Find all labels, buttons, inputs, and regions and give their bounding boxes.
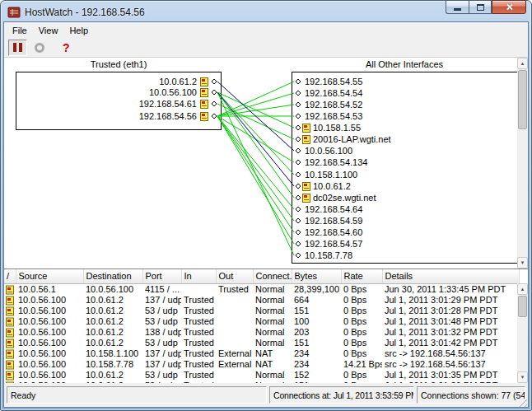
- connection-row[interactable]: 10.0.56.10010.0.61.253 / udpTrustedNorma…: [4, 316, 519, 327]
- column-header-bytes[interactable]: Bytes: [292, 269, 341, 283]
- scroll-down-button[interactable]: ▼: [517, 371, 528, 383]
- other-host-label[interactable]: 192.168.54.57: [305, 239, 362, 249]
- other-host-label[interactable]: 192.168.54.54: [305, 88, 362, 98]
- cell-rate: 0 Bps: [341, 295, 382, 306]
- connection-row[interactable]: 10.0.56.10010.0.61.2138 / udpTrustedNorm…: [4, 327, 519, 338]
- other-host-label[interactable]: 20016-LAP.wgti.net: [313, 134, 391, 144]
- column-header-rate[interactable]: Rate: [341, 269, 382, 283]
- table-body: 10.0.56.110.0.56.1004115 / ...TrustedNor…: [4, 283, 519, 383]
- cell-destination: 10.0.61.2: [83, 370, 142, 381]
- cell-bytes: 203: [292, 327, 341, 338]
- window-title: HostWatch - 192.168.54.56: [25, 7, 145, 18]
- cell-source: 10.0.56.100: [16, 338, 83, 348]
- titlebar[interactable]: HostWatch - 192.168.54.56: [1, 1, 531, 21]
- scrollbar-thumb[interactable]: [518, 296, 527, 317]
- other-host-label[interactable]: 192.168.54.59: [305, 216, 362, 226]
- cell-details: Jul 1, 2011 3:01:28 PM PDT: [382, 306, 519, 316]
- other-host-label[interactable]: 10.158.7.78: [305, 250, 352, 260]
- scrollbar-thumb[interactable]: [518, 70, 527, 129]
- stop-button[interactable]: [30, 40, 49, 56]
- menu-help[interactable]: Help: [63, 24, 94, 37]
- cell-destination: 10.0.61.2: [83, 306, 142, 316]
- connection-line: [217, 82, 294, 116]
- connection-row[interactable]: 10.0.56.10010.0.61.253 / udpTrustedNorma…: [4, 370, 519, 381]
- trusted-host-label[interactable]: 192.168.54.56: [139, 111, 197, 121]
- column-header-connections[interactable]: Connect...: [253, 269, 292, 283]
- cell-destination: 10.0.61.2: [83, 338, 142, 348]
- trusted-host-label[interactable]: 192.168.54.61: [139, 99, 197, 109]
- connection-row[interactable]: 10.0.56.10010.158.1.100137 / udpTrustedE…: [4, 348, 519, 359]
- close-button[interactable]: [492, 0, 526, 14]
- cell-connections: NAT: [253, 348, 292, 359]
- scrollbar-track[interactable]: [517, 295, 528, 371]
- scroll-down-button[interactable]: ▼: [517, 257, 528, 269]
- column-header-destination[interactable]: Destination: [83, 269, 142, 283]
- connection-row[interactable]: 10.0.56.10010.0.61.2137 / udpTrustedNorm…: [4, 295, 519, 306]
- row-host-icon: [4, 370, 16, 381]
- column-header-out[interactable]: Out: [216, 269, 253, 283]
- other-host-label[interactable]: 192.168.54.55: [305, 77, 362, 86]
- cell-out: [216, 338, 253, 348]
- connection-row[interactable]: 10.0.56.10010.158.7.78137 / udpTrustedEx…: [4, 359, 519, 370]
- row-host-icon: [4, 316, 16, 327]
- client-area: File View Help ? Trusted (eth1)All Other…: [3, 21, 529, 408]
- other-host-label[interactable]: 10.158.1.55: [313, 123, 361, 133]
- cell-port: 4115 / ...: [142, 283, 181, 295]
- maximize-button[interactable]: [469, 0, 492, 14]
- other-host-label[interactable]: 192.168.54.53: [305, 111, 362, 121]
- cell-source: 10.0.56.100: [16, 295, 83, 306]
- other-host-label[interactable]: 10.158.1.100: [305, 170, 357, 180]
- other-host-label[interactable]: 192.168.54.60: [305, 227, 362, 237]
- host-icon: [303, 136, 310, 144]
- cell-rate: 0 Bps: [341, 348, 382, 359]
- menu-file[interactable]: File: [7, 24, 33, 37]
- cell-details: src -> 192.168.54.56:137: [382, 348, 519, 359]
- cell-bytes: 151: [292, 338, 341, 348]
- connection-row[interactable]: 10.0.56.10010.0.61.253 / udpTrustedNorma…: [4, 306, 519, 316]
- cell-destination: 10.158.1.100: [83, 348, 142, 359]
- column-header-source[interactable]: Source: [16, 269, 83, 283]
- column-header-sort[interactable]: /: [4, 269, 16, 283]
- scroll-up-button[interactable]: ▲: [517, 58, 528, 69]
- cell-out: [216, 327, 253, 338]
- cell-bytes: 234: [292, 348, 341, 359]
- cell-out: [216, 316, 253, 327]
- cell-details: Jun 30, 2011 1:33:45 PM PDT: [382, 283, 519, 295]
- other-host-label[interactable]: dc02se.wgti.net: [313, 193, 376, 203]
- other-host-label[interactable]: 192.168.54.64: [305, 204, 362, 214]
- host-icon: [201, 78, 208, 86]
- other-host-label[interactable]: 192.168.54.134: [305, 157, 367, 167]
- cell-bytes: 100: [292, 316, 341, 327]
- column-header-port[interactable]: Port: [142, 269, 181, 283]
- menubar: File View Help: [4, 22, 528, 38]
- minimize-icon: [454, 8, 461, 11]
- column-header-in[interactable]: In: [181, 269, 216, 283]
- other-host-label[interactable]: 10.0.56.100: [305, 146, 352, 156]
- cell-connections: Normal: [253, 338, 292, 348]
- trusted-host-label[interactable]: 10.0.61.2: [159, 77, 197, 86]
- cell-out: [216, 370, 253, 381]
- connection-row[interactable]: 10.0.56.10010.0.61.253 / udpTrustedNorma…: [4, 338, 519, 348]
- cell-bytes: 234: [292, 359, 341, 370]
- host-icon: [201, 113, 208, 121]
- trusted-host-label[interactable]: 10.0.56.100: [149, 87, 197, 97]
- connection-line: [217, 92, 294, 128]
- cell-rate: 0 Bps: [341, 283, 382, 295]
- other-host-label[interactable]: 192.168.54.52: [305, 100, 362, 110]
- toolbar: ?: [4, 38, 528, 58]
- table-scrollbar[interactable]: ▲ ▼: [517, 283, 528, 383]
- menu-view[interactable]: View: [33, 24, 64, 37]
- minimize-button[interactable]: [446, 0, 469, 14]
- pause-button[interactable]: [8, 40, 27, 56]
- cell-rate: 0 Bps: [341, 306, 382, 316]
- connection-row[interactable]: 10.0.56.110.0.56.1004115 / ...TrustedNor…: [4, 283, 519, 295]
- scrollbar-track[interactable]: [517, 69, 528, 257]
- cell-destination: 10.0.61.2: [83, 327, 142, 338]
- cell-destination: 10.0.61.2: [83, 316, 142, 327]
- other-host-label[interactable]: 10.0.61.2: [313, 181, 351, 191]
- scroll-up-button[interactable]: ▲: [517, 283, 528, 295]
- cell-port: 53 / udp: [142, 306, 181, 316]
- diagram-scrollbar[interactable]: ▲ ▼: [517, 58, 528, 269]
- column-header-details[interactable]: Details: [382, 269, 519, 283]
- help-button[interactable]: ?: [63, 41, 70, 54]
